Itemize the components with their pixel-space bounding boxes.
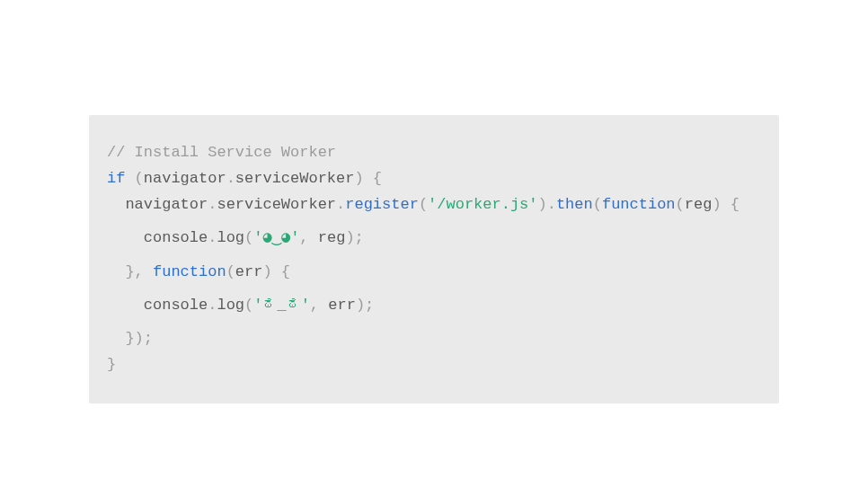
method-log: log <box>217 229 244 246</box>
method-then: then <box>556 196 593 213</box>
code-line-4: console.log('◕‿◕', reg); <box>107 226 761 252</box>
blank-line <box>107 285 761 293</box>
paren-open: ( <box>135 170 144 187</box>
code-line-3: navigator.serviceWorker.register('/worke… <box>107 192 761 218</box>
brace-close: } <box>107 356 116 373</box>
paren-open: ( <box>419 196 428 213</box>
dot: . <box>208 229 217 246</box>
indent <box>107 229 144 246</box>
ident-err: err <box>328 297 356 314</box>
indent <box>107 297 144 314</box>
paren-close: ) <box>354 170 363 187</box>
brace-close: } <box>125 330 134 347</box>
string-happy-face: '◕‿◕' <box>253 229 299 246</box>
string-disapproval-face: 'ಠ_ಠ' <box>253 297 310 314</box>
ident-console: console <box>144 297 208 314</box>
ident-reg: reg <box>318 229 346 246</box>
method-log: log <box>217 297 244 314</box>
code-line-5: }, function(err) { <box>107 260 761 286</box>
space <box>309 229 318 246</box>
string-worker-path: '/worker.js' <box>428 196 537 213</box>
ident-console: console <box>144 229 208 246</box>
keyword-function: function <box>602 196 676 213</box>
ident-serviceworker: serviceWorker <box>217 196 336 213</box>
comma: , <box>299 229 308 246</box>
comma: , <box>310 297 319 314</box>
space <box>144 263 153 280</box>
ident-navigator: navigator <box>125 196 208 213</box>
code-block: // Install Service Worker if (navigator.… <box>89 115 779 404</box>
paren-close: ) <box>345 229 354 246</box>
dot: . <box>547 196 556 213</box>
paren-open: ( <box>244 297 253 314</box>
indent <box>107 263 125 280</box>
keyword-if: if <box>107 170 125 187</box>
brace-open: { <box>272 263 290 280</box>
paren-close: ) <box>712 196 721 213</box>
semicolon: ; <box>365 297 374 314</box>
indent <box>107 196 125 213</box>
ident-serviceworker: serviceWorker <box>235 170 355 187</box>
paren-close: ) <box>538 196 547 213</box>
comma: , <box>135 263 144 280</box>
paren-open: ( <box>244 229 253 246</box>
blank-line <box>107 252 761 260</box>
dot: . <box>208 297 217 314</box>
paren-close: ) <box>135 330 144 347</box>
dot: . <box>208 196 217 213</box>
indent <box>107 330 125 347</box>
code-line-7: }); <box>107 326 761 352</box>
paren-close: ) <box>356 297 365 314</box>
ident-reg: reg <box>685 196 713 213</box>
paren-close: ) <box>262 263 271 280</box>
space <box>125 170 134 187</box>
dot: . <box>336 196 345 213</box>
code-line-8: } <box>107 352 761 378</box>
keyword-function: function <box>153 263 226 280</box>
code-line-2: if (navigator.serviceWorker) { <box>107 166 761 192</box>
code-line-1: // Install Service Worker <box>107 140 761 166</box>
space <box>319 297 328 314</box>
paren-open: ( <box>593 196 602 213</box>
dot: . <box>226 170 235 187</box>
method-register: register <box>345 196 419 213</box>
semicolon: ; <box>355 229 364 246</box>
ident-err: err <box>235 263 263 280</box>
brace-open: { <box>722 196 740 213</box>
paren-open: ( <box>676 196 685 213</box>
code-line-6: console.log('ಠ_ಠ', err); <box>107 293 761 319</box>
brace-open: { <box>364 170 382 187</box>
semicolon: ; <box>144 330 153 347</box>
comment-text: // Install Service Worker <box>107 144 336 161</box>
brace-close: } <box>125 263 134 280</box>
paren-open: ( <box>226 263 235 280</box>
blank-line <box>107 218 761 226</box>
ident-navigator: navigator <box>144 170 226 187</box>
blank-line <box>107 319 761 327</box>
